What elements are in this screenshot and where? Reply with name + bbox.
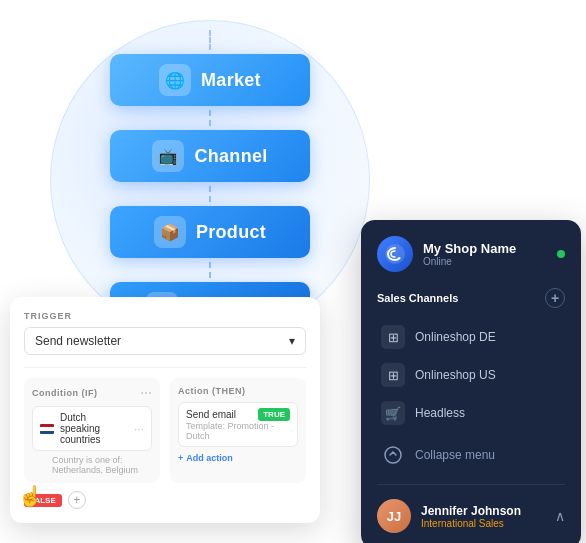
add-branch-button[interactable]: +	[68, 491, 86, 509]
shop-status: Online	[423, 256, 547, 267]
plus-icon: +	[178, 453, 183, 463]
channel-headless-label: Headless	[415, 406, 465, 420]
channel-item-us[interactable]: ⊞ Onlineshop US	[377, 356, 565, 394]
market-icon: 🌐	[159, 64, 191, 96]
flow-card-product[interactable]: 📦 Product	[110, 206, 310, 258]
condition-sub-text: Country is one of: Netherlands, Belgium	[52, 455, 152, 475]
user-role: International Sales	[421, 518, 545, 529]
condition-action-row: Condition (IF) ··· Dutch speaking countr…	[24, 378, 306, 483]
false-badge-row: FALSE +	[24, 491, 306, 509]
channel-item-headless[interactable]: 🛒 Headless	[377, 394, 565, 432]
flow-card-market[interactable]: 🌐 Market	[110, 54, 310, 106]
panel-divider	[377, 484, 565, 485]
product-label: Product	[196, 222, 266, 243]
shop-panel: My Shop Name Online Sales Channels + ⊞ O…	[361, 220, 581, 543]
connector-3	[209, 262, 211, 278]
action-box: Action (THEN) Send email TRUE Template: …	[170, 378, 306, 483]
flow-diagram: 🌐 Market 📺 Channel 📦 Product 👤 Customer	[110, 30, 310, 338]
trigger-select[interactable]: Send newsletter ▾	[24, 327, 306, 355]
headless-icon: 🛒	[381, 401, 405, 425]
connector-2	[209, 186, 211, 202]
shop-logo	[377, 236, 413, 272]
collapse-menu-item[interactable]: Collapse menu	[377, 436, 565, 474]
trigger-divider	[24, 367, 306, 368]
action-label: Action (THEN)	[178, 386, 246, 396]
true-badge: TRUE	[258, 408, 290, 421]
flow-card-channel[interactable]: 📺 Channel	[110, 130, 310, 182]
onlineshop-us-icon: ⊞	[381, 363, 405, 387]
sales-channels-header: Sales Channels +	[377, 288, 565, 308]
svg-point-1	[385, 447, 401, 463]
add-action-link[interactable]: + Add action	[178, 453, 298, 463]
add-action-text: Add action	[186, 453, 233, 463]
add-channel-button[interactable]: +	[545, 288, 565, 308]
channel-item-de[interactable]: ⊞ Onlineshop DE	[377, 318, 565, 356]
online-status-dot	[557, 250, 565, 258]
collapse-icon	[381, 443, 405, 467]
trigger-panel: TRIGGER Send newsletter ▾ Condition (IF)…	[10, 297, 320, 523]
channel-us-label: Onlineshop US	[415, 368, 496, 382]
collapse-menu-label: Collapse menu	[415, 448, 495, 462]
condition-item[interactable]: Dutch speaking countries ···	[32, 406, 152, 451]
action-item-label: Send email	[186, 409, 236, 420]
user-footer: JJ Jennifer Johnson International Sales …	[377, 495, 565, 533]
chevron-down-icon: ▾	[289, 334, 295, 348]
netherlands-flag-icon	[40, 424, 54, 434]
cursor-icon: ☝	[18, 484, 43, 508]
condition-item-dots: ···	[134, 422, 144, 436]
product-icon: 📦	[154, 216, 186, 248]
channel-label: Channel	[194, 146, 267, 167]
shop-header: My Shop Name Online	[377, 236, 565, 272]
shop-name: My Shop Name	[423, 241, 547, 256]
shopware-logo-icon	[384, 243, 406, 265]
onlineshop-de-icon: ⊞	[381, 325, 405, 349]
trigger-section-label: TRIGGER	[24, 311, 306, 321]
channel-icon: 📺	[152, 140, 184, 172]
condition-dots: ···	[140, 386, 152, 400]
trigger-value: Send newsletter	[35, 334, 121, 348]
shop-info: My Shop Name Online	[423, 241, 547, 267]
user-avatar: JJ	[377, 499, 411, 533]
user-info: Jennifer Johnson International Sales	[421, 504, 545, 529]
condition-box: Condition (IF) ··· Dutch speaking countr…	[24, 378, 160, 483]
user-name: Jennifer Johnson	[421, 504, 545, 518]
market-label: Market	[201, 70, 261, 91]
connector-1	[209, 110, 211, 126]
action-item[interactable]: Send email TRUE Template: Promotion - Du…	[178, 402, 298, 447]
user-initials: JJ	[387, 509, 401, 524]
action-header: Action (THEN)	[178, 386, 298, 396]
condition-item-label: Dutch speaking countries	[60, 412, 128, 445]
condition-header: Condition (IF) ···	[32, 386, 152, 400]
condition-label: Condition (IF)	[32, 388, 97, 398]
top-connector	[209, 30, 211, 50]
chevron-up-icon[interactable]: ∧	[555, 508, 565, 524]
sales-channels-label: Sales Channels	[377, 292, 458, 304]
action-sub-text: Template: Promotion - Dutch	[186, 421, 290, 441]
channel-de-label: Onlineshop DE	[415, 330, 496, 344]
